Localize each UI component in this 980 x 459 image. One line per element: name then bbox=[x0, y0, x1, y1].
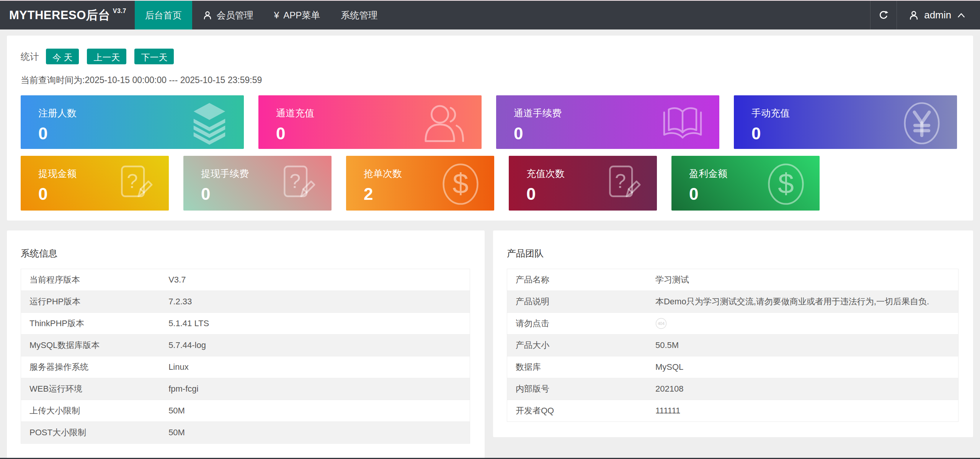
layers-icon bbox=[191, 102, 228, 145]
row-value: 111111 bbox=[647, 400, 959, 422]
row-value: 5.1.41 LTS bbox=[160, 313, 470, 335]
file-question-icon: ? bbox=[603, 164, 643, 204]
table-row: 开发者QQ111111 bbox=[507, 400, 959, 422]
file-question-icon: ? bbox=[115, 164, 155, 204]
row-label: 内部版号 bbox=[507, 378, 647, 400]
stats-section-label: 统计 bbox=[21, 51, 39, 63]
range-button-prev-day[interactable]: 上一天 bbox=[87, 49, 126, 64]
brand-title: MYTHERESO后台 bbox=[9, 7, 110, 23]
book-icon bbox=[662, 105, 703, 142]
row-value: 50.5M bbox=[647, 335, 959, 356]
table-row: 产品说明本Demo只为学习测试交流,请勿要做商业或者用于违法行为,一切后果自负. bbox=[507, 291, 959, 313]
product-team-title: 产品团队 bbox=[507, 247, 959, 260]
row-label: 产品名称 bbox=[507, 269, 647, 291]
row-value: fpm-fcgi bbox=[160, 378, 470, 400]
row-label: WEB运行环境 bbox=[21, 378, 160, 400]
nav-item-system[interactable]: 系统管理 bbox=[330, 1, 388, 29]
row-label: 开发者QQ bbox=[507, 400, 647, 422]
stat-cards-row-2: 提现金额 0 ? 提现手续费 0 ? bbox=[21, 156, 957, 211]
row-label: 产品说明 bbox=[507, 291, 647, 313]
people-icon bbox=[423, 104, 466, 142]
stat-card-withdraw-amount: 提现金额 0 ? bbox=[21, 156, 169, 211]
svg-text:404: 404 bbox=[658, 321, 665, 326]
row-label: 数据库 bbox=[507, 356, 647, 378]
range-button-next-day[interactable]: 下一天 bbox=[134, 49, 174, 64]
row-value: 5.7.44-log bbox=[160, 335, 470, 356]
table-row: 产品名称学习测试 bbox=[507, 269, 959, 291]
stat-card-grab-order-count: 抢单次数 2 $ bbox=[346, 156, 494, 211]
table-row: 数据库MySQL bbox=[507, 356, 959, 378]
row-label: 请勿点击 bbox=[507, 313, 647, 335]
dollar-circle-icon: $ bbox=[441, 163, 480, 206]
row-value: 202108 bbox=[647, 378, 959, 400]
stat-card-channel-recharge: 通道充值 0 bbox=[258, 95, 482, 149]
person-icon bbox=[908, 10, 919, 21]
svg-text:$: $ bbox=[452, 168, 469, 200]
stat-card-recharge-count: 充值次数 0 ? bbox=[509, 156, 657, 211]
range-button-today[interactable]: 今 天 bbox=[46, 49, 79, 64]
nav-item-app-menu[interactable]: ¥ APP菜单 bbox=[264, 1, 330, 29]
main-nav: 后台首页 会员管理 ¥ APP菜单 系统管理 bbox=[135, 1, 388, 29]
row-label: 上传大小限制 bbox=[21, 400, 160, 422]
stats-panel: 统计 今 天 上一天 下一天 当前查询时间为:2025-10-15 00:00:… bbox=[7, 36, 973, 221]
svg-text:?: ? bbox=[615, 170, 626, 192]
row-label: 产品大小 bbox=[507, 335, 647, 356]
stat-cards-row-1: 注册人数 0 通道充值 0 bbox=[21, 95, 957, 149]
broken-image-404-badge: 404 bbox=[655, 318, 667, 329]
top-navbar: MYTHERESO后台 V3.7 后台首页 会员管理 ¥ APP菜单 系统管理 bbox=[0, 0, 980, 29]
row-value: V3.7 bbox=[160, 269, 470, 291]
svg-text:$: $ bbox=[778, 168, 794, 200]
nav-spacer bbox=[388, 1, 870, 29]
row-value: 404 bbox=[647, 313, 959, 335]
nav-item-home[interactable]: 后台首页 bbox=[135, 1, 192, 29]
table-row: WEB运行环境fpm-fcgi bbox=[21, 378, 470, 400]
table-row: 当前程序版本V3.7 bbox=[21, 269, 470, 291]
row-value: 50M bbox=[160, 400, 470, 422]
row-value: 学习测试 bbox=[647, 269, 959, 291]
table-row: 运行PHP版本7.2.33 bbox=[21, 291, 470, 313]
table-row: ThinkPHP版本5.1.41 LTS bbox=[21, 313, 470, 335]
nav-item-label: 后台首页 bbox=[145, 9, 182, 21]
stat-card-registered-users: 注册人数 0 bbox=[21, 95, 244, 149]
table-row: 产品大小50.5M bbox=[507, 335, 959, 356]
nav-item-label: APP菜单 bbox=[283, 9, 320, 21]
row-value: 7.2.33 bbox=[160, 291, 470, 313]
person-icon bbox=[203, 10, 212, 20]
row-label: POST大小限制 bbox=[21, 422, 160, 444]
row-value: Linux bbox=[160, 356, 470, 378]
brand-logo[interactable]: MYTHERESO后台 V3.7 bbox=[0, 1, 135, 29]
stats-header: 统计 今 天 上一天 下一天 bbox=[21, 49, 957, 64]
stat-card-manual-recharge: 手动充值 0 bbox=[734, 95, 957, 149]
admin-username: admin bbox=[924, 9, 951, 21]
file-question-icon: ? bbox=[278, 164, 318, 204]
bottom-panels: 系统信息 当前程序版本V3.7 运行PHP版本7.2.33 ThinkPHP版本… bbox=[7, 230, 973, 459]
row-label: 服务器操作系统 bbox=[21, 356, 160, 378]
product-team-table: 产品名称学习测试 产品说明本Demo只为学习测试交流,请勿要做商业或者用于违法行… bbox=[507, 269, 959, 422]
refresh-button[interactable] bbox=[870, 1, 897, 29]
yen-icon: ¥ bbox=[274, 10, 279, 21]
row-value: MySQL bbox=[647, 356, 959, 378]
table-row: MySQL数据库版本5.7.44-log bbox=[21, 335, 470, 356]
system-info-table: 当前程序版本V3.7 运行PHP版本7.2.33 ThinkPHP版本5.1.4… bbox=[21, 269, 470, 444]
svg-text:?: ? bbox=[127, 170, 138, 192]
table-row: 上传大小限制50M bbox=[21, 400, 470, 422]
system-info-panel: 系统信息 当前程序版本V3.7 运行PHP版本7.2.33 ThinkPHP版本… bbox=[7, 230, 485, 459]
row-label: 运行PHP版本 bbox=[21, 291, 160, 313]
table-row: 内部版号202108 bbox=[507, 378, 959, 400]
yen-circle-icon bbox=[903, 101, 941, 146]
table-row: 请勿点击 404 bbox=[507, 313, 959, 335]
row-label: MySQL数据库版本 bbox=[21, 335, 160, 356]
row-value: 本Demo只为学习测试交流,请勿要做商业或者用于违法行为,一切后果自负. bbox=[647, 291, 959, 313]
svg-text:?: ? bbox=[289, 170, 301, 192]
row-label: ThinkPHP版本 bbox=[21, 313, 160, 335]
chevron-up-icon bbox=[956, 11, 966, 20]
product-team-panel: 产品团队 产品名称学习测试 产品说明本Demo只为学习测试交流,请勿要做商业或者… bbox=[493, 230, 973, 437]
refresh-icon bbox=[878, 10, 889, 21]
nav-item-label: 会员管理 bbox=[217, 9, 253, 21]
table-row: 服务器操作系统Linux bbox=[21, 356, 470, 378]
admin-menu[interactable]: admin bbox=[897, 1, 980, 29]
stat-card-profit-amount: 盈利金额 0 $ bbox=[671, 156, 820, 211]
nav-item-label: 系统管理 bbox=[341, 9, 377, 21]
stat-card-withdraw-fee: 提现手续费 0 ? bbox=[183, 156, 332, 211]
nav-item-members[interactable]: 会员管理 bbox=[192, 1, 264, 29]
